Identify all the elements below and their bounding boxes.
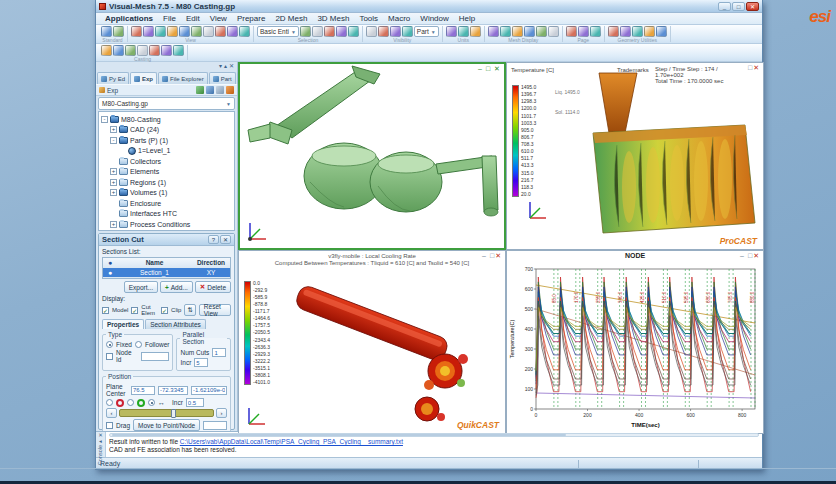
hide-selected-icon[interactable] xyxy=(390,26,401,37)
tree-item-enclosure[interactable]: Enclosure xyxy=(101,198,234,209)
mesh-edit-icon[interactable] xyxy=(149,45,160,56)
title-bar[interactable]: Visual-Mesh 7.5 - M80 Casting.gp _ □ ✕ xyxy=(96,0,762,13)
fit-view-icon[interactable] xyxy=(131,26,142,37)
translate-radio[interactable] xyxy=(148,399,155,406)
tree-item-regions-1-[interactable]: +Regions (1) xyxy=(101,177,234,188)
viewport-quikcast[interactable]: ‒ □✕ v3fly-mobile : Local Cooling Rate C… xyxy=(238,250,506,434)
menu-tools[interactable]: Tools xyxy=(354,14,383,23)
smooth-shade-icon[interactable] xyxy=(179,26,190,37)
explorer-tab-py-ed[interactable]: Py Ed xyxy=(97,72,129,84)
menu-file[interactable]: File xyxy=(158,14,181,23)
position-incr-input[interactable] xyxy=(186,398,204,407)
tree-expander-icon[interactable]: + xyxy=(110,189,117,196)
mesh-wire-icon[interactable] xyxy=(500,26,511,37)
eye-icon[interactable] xyxy=(366,26,377,37)
mesh-quality-icon[interactable] xyxy=(536,26,547,37)
explorer-tab-file-explorer[interactable]: File Explorer xyxy=(158,72,208,84)
tree-item-1-level-1[interactable]: 1=Level_1 xyxy=(101,146,234,157)
cut-elem-checkbox[interactable]: ✓ xyxy=(131,307,138,314)
clip-checkbox[interactable]: ✓ xyxy=(161,307,168,314)
panel-pin-icon[interactable]: ▴ xyxy=(224,63,227,71)
axis-triad-icon[interactable] xyxy=(203,26,214,37)
explorer-tab-part[interactable]: Part xyxy=(209,72,236,84)
tree-expander-icon[interactable]: - xyxy=(110,137,117,144)
panel-close-icon[interactable]: ✕ xyxy=(229,63,234,71)
menu-macro[interactable]: Macro xyxy=(383,14,415,23)
tree-item-process-conditions[interactable]: +Process Conditions xyxy=(101,219,234,230)
maximize-button[interactable]: □ xyxy=(732,2,745,11)
plane-center-y-input[interactable] xyxy=(158,386,188,395)
geom-surface-icon[interactable] xyxy=(608,26,619,37)
surface-mesh-icon[interactable] xyxy=(125,45,136,56)
mesh-feature-icon[interactable] xyxy=(512,26,523,37)
pointer-icon[interactable] xyxy=(300,26,311,37)
result-file-link[interactable]: C:\Users\vab\AppData\Local\Temp\PSA_Cycl… xyxy=(180,438,403,445)
reset-view-button[interactable]: Reset View xyxy=(199,304,231,316)
viewport-cad-controls[interactable]: ‒ □ ✕ xyxy=(478,65,501,73)
tree-expander-icon[interactable]: + xyxy=(110,179,117,186)
zoom-in-radio[interactable] xyxy=(127,399,134,406)
slider-right-button[interactable]: › xyxy=(216,408,227,418)
minimize-button[interactable]: _ xyxy=(718,2,731,11)
tree-item-m80-casting[interactable]: -M80-Casting xyxy=(101,114,234,125)
geom-circle-icon[interactable] xyxy=(620,26,631,37)
tree-item-volumes-1-[interactable]: +Volumes (1) xyxy=(101,188,234,199)
tree-item-collectors[interactable]: Collectors xyxy=(101,156,234,167)
tree-item-cad-24-[interactable]: +CAD (24) xyxy=(101,125,234,136)
hidden-line-icon[interactable] xyxy=(167,26,178,37)
anchor-icon[interactable] xyxy=(239,26,250,37)
annotate-icon[interactable] xyxy=(458,26,469,37)
console-tab[interactable]: Console xyxy=(98,445,103,465)
select-node-icon[interactable] xyxy=(324,26,335,37)
page-layout-icon[interactable] xyxy=(590,26,601,37)
save-icon[interactable] xyxy=(113,26,124,37)
close-button[interactable]: ✕ xyxy=(746,2,759,11)
plane-center-z-input[interactable] xyxy=(191,386,227,395)
sections-table[interactable]: ● Name Direction ● Section_1 XY xyxy=(102,257,231,279)
slider-left-button[interactable]: ‹ xyxy=(106,408,117,418)
num-cuts-input[interactable] xyxy=(212,348,226,357)
parallel-incr-input[interactable] xyxy=(194,358,208,367)
move-to-point-node-button[interactable]: Move to Point/Node xyxy=(133,419,200,431)
geom-plane-icon[interactable] xyxy=(656,26,667,37)
tree-item-interfaces-htc[interactable]: Interfaces HTC xyxy=(101,209,234,220)
zoom-out-radio[interactable] xyxy=(106,399,113,406)
shade-icon[interactable] xyxy=(143,26,154,37)
export-mesh-icon[interactable] xyxy=(173,45,184,56)
page-back-icon[interactable] xyxy=(566,26,577,37)
viewport-node-controls[interactable]: ‒ □✕ xyxy=(740,252,760,260)
viewport-procast-controls[interactable]: □✕ xyxy=(748,64,760,72)
console-collapse-icon[interactable]: ◂ xyxy=(99,439,102,444)
viewport-cad-model[interactable]: ‒ □ ✕ xyxy=(238,62,506,250)
node-id-checkbox[interactable]: ✓ xyxy=(106,353,113,360)
tab-section-attributes[interactable]: Section Attributes xyxy=(145,319,206,329)
page-forward-icon[interactable] xyxy=(578,26,589,37)
viewport-procast[interactable]: □✕ Temperature [C] Trademarks Step / Tim… xyxy=(506,62,764,250)
import-cad-icon[interactable] xyxy=(101,45,112,56)
tree-expander-icon[interactable]: + xyxy=(110,221,117,228)
measure-icon[interactable] xyxy=(446,26,457,37)
select-free-icon[interactable] xyxy=(312,26,323,37)
sync-icon[interactable] xyxy=(226,86,234,94)
add-section-button[interactable]: +Add... xyxy=(160,281,193,293)
entity-type-combo[interactable]: Basic Enti▼ xyxy=(257,26,299,37)
node-id-input[interactable] xyxy=(141,352,169,361)
wireframe-icon[interactable] xyxy=(155,26,166,37)
tree-expander-icon[interactable]: - xyxy=(101,116,108,123)
menu-view[interactable]: View xyxy=(205,14,232,23)
fixed-radio[interactable] xyxy=(106,341,113,348)
collapse-all-icon[interactable] xyxy=(216,86,224,94)
visibility-scope-combo[interactable]: Part▼ xyxy=(414,26,439,37)
flip-section-button[interactable]: ⇅ xyxy=(184,304,195,316)
reverse-display-icon[interactable] xyxy=(402,26,413,37)
center-rotate-icon[interactable] xyxy=(215,26,226,37)
sort-icon[interactable] xyxy=(206,86,214,94)
move-target-input[interactable] xyxy=(203,421,227,430)
export-button[interactable]: Export... xyxy=(124,281,158,293)
show-selected-icon[interactable] xyxy=(378,26,389,37)
tab-properties[interactable]: Properties xyxy=(102,319,144,329)
add-part-icon[interactable] xyxy=(191,26,202,37)
mesh-free-edge-icon[interactable] xyxy=(524,26,535,37)
geom-curve-icon[interactable] xyxy=(632,26,643,37)
menu-edit[interactable]: Edit xyxy=(181,14,205,23)
